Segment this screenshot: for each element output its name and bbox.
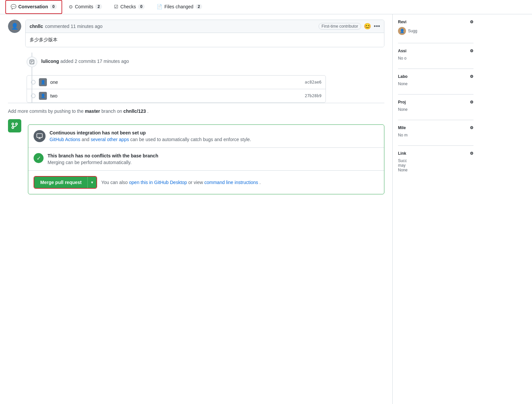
sidebar-divider-2 <box>398 69 473 69</box>
emoji-button[interactable]: 😊 <box>364 23 371 30</box>
gear-icon[interactable]: ⚙ <box>470 20 473 24</box>
checks-icon: ☑ <box>114 4 118 9</box>
integration-container: Continuous integration has not been set … <box>28 124 384 194</box>
svg-rect-6 <box>37 134 43 138</box>
push-notice-text-before: Add more commits by pushing to the <box>8 108 83 114</box>
tab-checks[interactable]: ☑ Checks 0 <box>109 0 150 14</box>
sidebar-milestone-section: Mile ⚙ No m <box>398 125 473 137</box>
tab-commits-count: 2 <box>95 4 102 9</box>
main-layout: 👤 chnllc commented 11 minutes ago First-… <box>0 14 532 404</box>
tab-conversation[interactable]: 💬 Conversation 0 <box>5 0 62 14</box>
commit-hash-2: 27b28b9 <box>305 94 322 98</box>
sidebar-reviewers-section: Revi ⚙ 👤 Sugg <box>398 20 473 35</box>
sidebar-projects-title: Proj ⚙ <box>398 100 473 104</box>
sidebar-assignees-value: No o <box>398 56 473 61</box>
sidebar-assignees-section: Assi ⚙ No o <box>398 49 473 61</box>
sidebar-linked-prs-section: Link ⚙ Succ may None <box>398 151 473 172</box>
commits-icon: ⊙ <box>69 4 73 9</box>
timeline-time: 17 minutes ago <box>97 59 129 64</box>
tab-files-changed[interactable]: 📄 Files changed 2 <box>151 0 207 14</box>
merge-dropdown-button[interactable]: ▾ <box>87 177 96 188</box>
comment-box: chnllc commented 11 minutes ago First-ti… <box>25 20 384 47</box>
avatar-image: 👤 <box>8 20 21 33</box>
sidebar-linked-prs-title: Link ⚙ <box>398 151 473 156</box>
commenter-avatar: 👤 <box>8 20 21 33</box>
no-conflict-subtitle: Merging can be performed automatically. <box>48 160 158 165</box>
no-conflict-title: This branch has no conflicts with the ba… <box>48 153 158 158</box>
sidebar-labels-title: Labo ⚙ <box>398 74 473 79</box>
tabs-bar: 💬 Conversation 0 ⊙ Commits 2 ☑ Checks 0 … <box>0 0 532 14</box>
files-changed-icon: 📄 <box>157 4 162 9</box>
comment-author: chnllc <box>30 24 43 29</box>
sidebar-assignees-title: Assi ⚙ <box>398 49 473 53</box>
sidebar-linked-prs-value-3: None <box>398 168 473 172</box>
command-line-instructions-link[interactable]: command line instructions <box>204 180 258 185</box>
sidebar-labels-value: None <box>398 82 473 86</box>
commit-hash-1: ac82ae6 <box>305 80 322 85</box>
timeline-commit-item: lulicong added 2 commits 17 minutes ago <box>27 53 384 71</box>
other-apps-link[interactable]: several other apps <box>91 137 129 142</box>
ci-not-setup-row: Continuous integration has not been set … <box>28 125 384 148</box>
sidebar-linked-prs-value-1: Succ <box>398 158 473 163</box>
github-actions-link[interactable]: GitHub Actions <box>50 137 80 142</box>
ci-title: Continuous integration has not been set … <box>50 130 251 135</box>
sidebar-divider-4 <box>398 120 473 120</box>
commit-avatar-1: 👤 <box>39 78 47 86</box>
comment-actions: First-time contributor 😊 ••• <box>319 23 380 30</box>
no-conflict-row: ✓ This branch has no conflicts with the … <box>28 148 384 171</box>
merge-pull-request-button[interactable]: Merge pull request <box>34 177 87 188</box>
tab-checks-count: 0 <box>138 4 145 9</box>
tab-commits[interactable]: ⊙ Commits 2 <box>64 0 107 14</box>
sidebar-labels-section: Labo ⚙ None <box>398 74 473 86</box>
timeline-text: lulicong added 2 commits 17 minutes ago <box>41 57 384 64</box>
contributor-badge: First-time contributor <box>319 23 361 30</box>
commit-name-1: one <box>50 80 301 85</box>
tab-conversation-label: Conversation <box>18 4 48 9</box>
table-row: 👤 two 27b28b9 <box>27 89 326 102</box>
ci-description: GitHub Actions and several other apps ca… <box>50 137 251 142</box>
open-github-desktop-link[interactable]: open this in GitHub Desktop <box>129 180 187 185</box>
timeline-container: lulicong added 2 commits 17 minutes ago … <box>27 53 384 103</box>
gear-icon-milestone[interactable]: ⚙ <box>470 125 473 130</box>
comment-time: commented 11 minutes ago <box>45 24 102 29</box>
sidebar-divider-1 <box>398 43 473 43</box>
content-area: 👤 chnllc commented 11 minutes ago First-… <box>0 14 392 404</box>
comment-body: 多少多少版本 <box>26 33 384 47</box>
tab-files-changed-label: Files changed <box>164 4 193 9</box>
sidebar-projects-value: None <box>398 107 473 112</box>
sidebar-reviewers-value: 👤 Sugg <box>398 27 473 35</box>
sidebar-reviewers-title: Revi ⚙ <box>398 20 473 24</box>
commits-list: 👤 one ac82ae6 👤 two 27b28b9 <box>27 75 326 103</box>
ci-icon <box>34 130 46 142</box>
gear-icon-linked-prs[interactable]: ⚙ <box>470 151 473 156</box>
svg-rect-0 <box>30 60 34 64</box>
merge-note: You can also open this in GitHub Desktop… <box>101 180 261 185</box>
sidebar-milestone-title: Mile ⚙ <box>398 125 473 130</box>
integration-section: Continuous integration has not been set … <box>8 119 384 194</box>
sidebar-divider-5 <box>398 145 473 146</box>
ci-text: Continuous integration has not been set … <box>50 130 251 142</box>
timeline-actor: lulicong <box>41 59 59 64</box>
sidebar-divider-3 <box>398 94 473 95</box>
comment-meta: chnllc commented 11 minutes ago <box>30 24 102 29</box>
push-notice-repo: chnllc/123 <box>123 108 146 114</box>
tab-conversation-count: 0 <box>50 4 57 9</box>
reviewer-avatar: 👤 <box>398 27 406 35</box>
sidebar-projects-section: Proj ⚙ None <box>398 100 473 112</box>
gear-icon-assignees[interactable]: ⚙ <box>470 49 473 53</box>
page-container: 💬 Conversation 0 ⊙ Commits 2 ☑ Checks 0 … <box>0 0 532 404</box>
comment-text: 多少多少版本 <box>30 37 58 42</box>
comment-thread: 👤 chnllc commented 11 minutes ago First-… <box>8 20 384 47</box>
sidebar-linked-prs-value-2: may <box>398 163 473 168</box>
conversation-icon: 💬 <box>11 4 16 9</box>
check-icon: ✓ <box>34 153 44 163</box>
no-conflict-text: This branch has no conflicts with the ba… <box>48 153 158 165</box>
gear-icon-projects[interactable]: ⚙ <box>470 100 473 104</box>
merge-button-group: Merge pull request ▾ <box>34 176 97 189</box>
gear-icon-labels[interactable]: ⚙ <box>470 74 473 79</box>
tab-files-changed-count: 2 <box>196 4 202 9</box>
comment-header: chnllc commented 11 minutes ago First-ti… <box>26 20 384 33</box>
tab-commits-label: Commits <box>75 4 93 9</box>
table-row: 👤 one ac82ae6 <box>27 76 326 89</box>
more-options-button[interactable]: ••• <box>374 23 380 30</box>
